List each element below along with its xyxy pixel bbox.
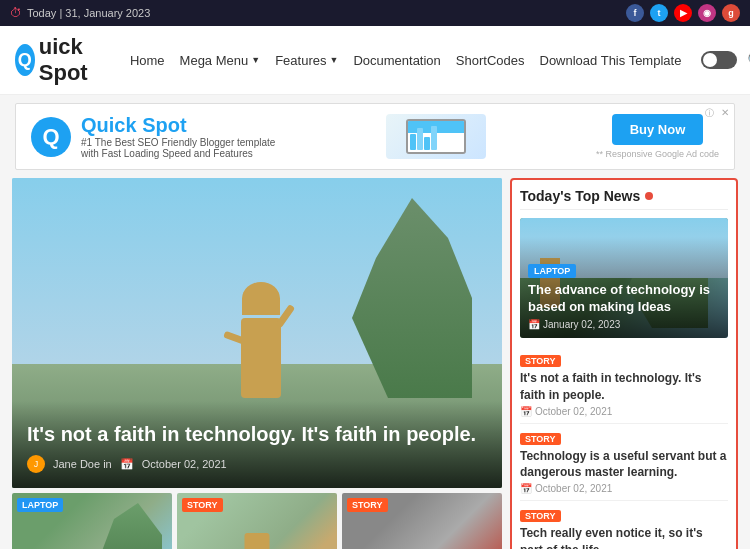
calendar-icon-3: 📅 xyxy=(520,406,532,417)
nav-features[interactable]: Features ▼ xyxy=(275,53,338,68)
youtube-icon[interactable]: ▶ xyxy=(674,4,692,22)
person-hair xyxy=(242,282,280,315)
social-icons: f t ▶ ◉ g xyxy=(626,4,740,22)
hero-date: October 02, 2021 xyxy=(142,458,227,470)
twitter-icon[interactable]: t xyxy=(650,4,668,22)
calendar-icon-4: 📅 xyxy=(520,483,532,494)
person-figure-2 xyxy=(245,533,270,549)
calendar-icon-2: 📅 xyxy=(528,319,540,330)
ad-bar-2 xyxy=(417,128,423,150)
facebook-icon[interactable]: f xyxy=(626,4,644,22)
nav-download[interactable]: Download This Template xyxy=(540,53,682,68)
hero-section: It's not a faith in technology. It's fai… xyxy=(12,178,502,549)
instagram-icon[interactable]: ◉ xyxy=(698,4,716,22)
clock-icon: ⏱ xyxy=(10,6,22,20)
person-head xyxy=(247,287,275,315)
logo-q-icon: Q xyxy=(15,44,35,76)
calendar-icon: 📅 xyxy=(120,458,134,471)
ad-label: ⓘ xyxy=(705,107,714,120)
ad-logo-icon: Q xyxy=(31,117,71,157)
hero-figure xyxy=(241,287,281,398)
news-list-item-3[interactable]: STORY Tech really even notice it, so it'… xyxy=(520,501,728,549)
hero-image: It's not a faith in technology. It's fai… xyxy=(12,178,502,488)
top-bar: ⏱ Today | 31, January 2023 f t ▶ ◉ g xyxy=(0,0,750,26)
sub-article-2-badge: STORY xyxy=(182,498,223,512)
news-item-date-2: 📅 October 02, 2021 xyxy=(520,483,728,494)
ad-responsive-text: ** Responsive Google Ad code xyxy=(596,149,719,159)
hero-author: Jane Doe in xyxy=(53,458,112,470)
hero-meta: J Jane Doe in 📅 October 02, 2021 xyxy=(27,455,487,473)
news-badge-3: STORY xyxy=(520,510,561,522)
featured-card-title: The advance of technology is based on ma… xyxy=(528,282,720,316)
featured-card-overlay: LAPTOP The advance of technology is base… xyxy=(520,237,728,338)
ad-banner: ⓘ ✕ Q Quick Spot #1 The Best SEO Friendl… xyxy=(15,103,735,170)
chevron-down-icon: ▼ xyxy=(329,55,338,65)
logo-text: uick Spot xyxy=(39,34,100,86)
sub-articles-row: LAPTOP The advance of technology STORY T… xyxy=(12,493,502,549)
nav-home[interactable]: Home xyxy=(130,53,165,68)
news-item-date-1: 📅 October 02, 2021 xyxy=(520,406,728,417)
nav-megamenu[interactable]: Mega Menu ▼ xyxy=(180,53,261,68)
ttn-dot xyxy=(645,192,653,200)
top-bar-date: Today | 31, January 2023 xyxy=(27,7,150,19)
news-list-item-2[interactable]: STORY Technology is a useful servant but… xyxy=(520,424,728,502)
ad-tagline2: with Fast Loading Speed and Features xyxy=(81,148,275,159)
sub-article-1-badge: LAPTOP xyxy=(17,498,63,512)
sidebar: Today's Top News LAPTOP The advance of t… xyxy=(502,178,738,549)
sub-article-3[interactable]: STORY Tech really even notice it, so xyxy=(342,493,502,549)
dark-mode-toggle[interactable] xyxy=(701,51,737,69)
nav-shortcodes[interactable]: ShortCodes xyxy=(456,53,525,68)
featured-card-date: 📅 January 02, 2023 xyxy=(528,319,720,330)
gplus-icon[interactable]: g xyxy=(722,4,740,22)
ad-bar-3 xyxy=(424,137,430,151)
mountain-shape xyxy=(102,503,162,549)
sub-article-3-badge: STORY xyxy=(347,498,388,512)
ad-bar-1 xyxy=(410,134,416,150)
nav-menu: Home Mega Menu ▼ Features ▼ Documentatio… xyxy=(130,53,682,68)
ad-image xyxy=(386,114,486,159)
top-bar-left: ⏱ Today | 31, January 2023 xyxy=(10,6,150,20)
ad-monitor-icon xyxy=(406,119,466,154)
news-item-title-3: Tech really even notice it, so it's part… xyxy=(520,525,728,549)
featured-badge: LAPTOP xyxy=(528,264,576,278)
news-badge-1: STORY xyxy=(520,355,561,367)
main-content: It's not a faith in technology. It's fai… xyxy=(0,178,750,549)
nav-documentation[interactable]: Documentation xyxy=(353,53,440,68)
ad-logo-section: Q Quick Spot #1 The Best SEO Friendly Bl… xyxy=(31,114,275,159)
hero-title: It's not a faith in technology. It's fai… xyxy=(27,421,487,447)
buy-now-button[interactable]: Buy Now xyxy=(612,114,704,145)
sub-article-2[interactable]: STORY Technology is a useful xyxy=(177,493,337,549)
news-list-item-1[interactable]: STORY It's not a faith in technology. It… xyxy=(520,346,728,424)
ad-monitor-screen xyxy=(408,121,464,152)
ttn-title: Today's Top News xyxy=(520,188,640,204)
ad-brand-name: Quick Spot xyxy=(81,114,275,137)
ad-bar-4 xyxy=(431,126,437,150)
today-top-news-widget: Today's Top News LAPTOP The advance of t… xyxy=(510,178,738,549)
news-badge-2: STORY xyxy=(520,433,561,445)
person-body xyxy=(241,318,281,398)
news-item-title-2: Technology is a useful servant but a dan… xyxy=(520,448,728,482)
ttn-header: Today's Top News xyxy=(520,188,728,210)
featured-news-card[interactable]: LAPTOP The advance of technology is base… xyxy=(520,218,728,338)
sub-article-1[interactable]: LAPTOP The advance of technology xyxy=(12,493,172,549)
navbar: Q uick Spot Home Mega Menu ▼ Features ▼ … xyxy=(0,26,750,95)
author-avatar: J xyxy=(27,455,45,473)
news-item-title-1: It's not a faith in technology. It's fai… xyxy=(520,370,728,404)
chevron-down-icon: ▼ xyxy=(251,55,260,65)
ad-close-button[interactable]: ✕ xyxy=(721,107,729,118)
hero-overlay: It's not a faith in technology. It's fai… xyxy=(12,401,502,488)
nav-right: 🔍 xyxy=(701,51,750,70)
ad-tagline: #1 The Best SEO Friendly Blogger templat… xyxy=(81,137,275,148)
site-logo[interactable]: Q uick Spot xyxy=(15,34,100,86)
